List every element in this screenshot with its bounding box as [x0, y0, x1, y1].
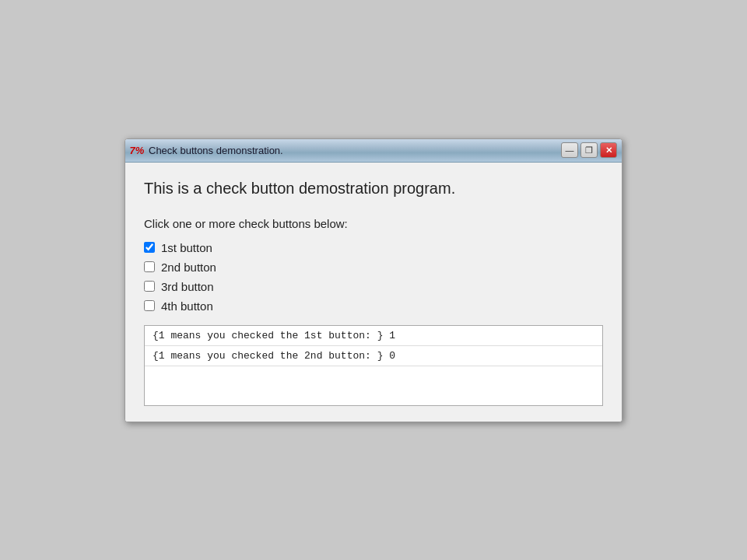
app-icon: 7% — [130, 143, 144, 157]
checkbox-label-1: 1st button — [161, 241, 212, 254]
checkbox-3[interactable] — [144, 281, 155, 292]
instruction-text: Click one or more check buttons below: — [144, 217, 603, 230]
main-window: 7% Check buttons demonstration. — ❐ ✕ Th… — [124, 138, 622, 422]
title-buttons: — ❐ ✕ — [561, 142, 617, 158]
checkbox-label-4: 4th button — [161, 299, 213, 313]
checkbox-2[interactable] — [144, 261, 155, 272]
checkbox-4[interactable] — [144, 300, 155, 311]
main-title: This is a check button demostration prog… — [144, 178, 603, 198]
window-title: Check buttons demonstration. — [149, 145, 283, 156]
output-row-2: {1 means you checked the 2nd button: } 0 — [145, 346, 602, 366]
close-button[interactable]: ✕ — [600, 142, 617, 158]
checkbox-item-4[interactable]: 4th button — [144, 299, 603, 313]
checkbox-group: 1st button 2nd button 3rd button 4th but… — [144, 241, 603, 313]
checkbox-item-2[interactable]: 2nd button — [144, 261, 603, 274]
title-bar-left: 7% Check buttons demonstration. — [130, 143, 283, 157]
checkbox-item-1[interactable]: 1st button — [144, 241, 603, 254]
maximize-button[interactable]: ❐ — [580, 142, 598, 158]
checkbox-item-3[interactable]: 3rd button — [144, 280, 603, 293]
checkbox-label-2: 2nd button — [161, 261, 216, 274]
checkbox-label-3: 3rd button — [161, 280, 214, 293]
output-empty — [145, 366, 602, 405]
minimize-button[interactable]: — — [561, 142, 578, 158]
window-content: This is a check button demostration prog… — [125, 163, 622, 422]
output-row-1: {1 means you checked the 1st button: } 1 — [145, 326, 602, 346]
checkbox-1[interactable] — [144, 242, 155, 253]
title-bar: 7% Check buttons demonstration. — ❐ ✕ — [125, 139, 622, 163]
output-area: {1 means you checked the 1st button: } 1… — [144, 325, 603, 406]
